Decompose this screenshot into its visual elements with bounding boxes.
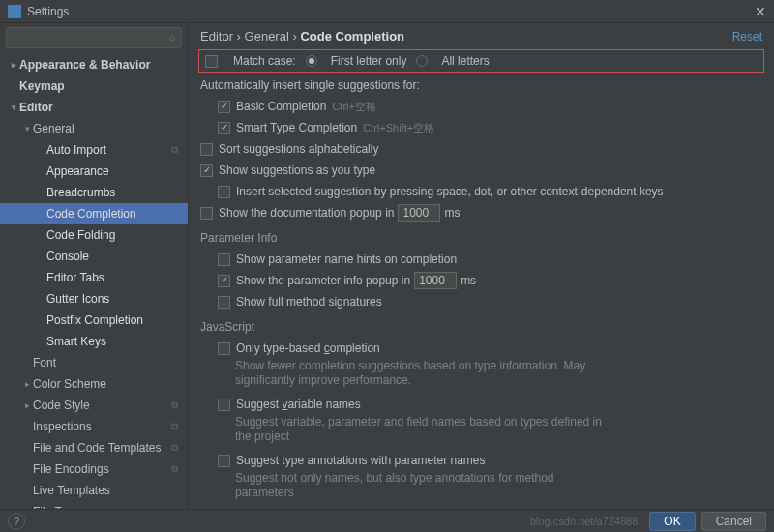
- tree-item-label: File Encodings: [33, 460, 171, 478]
- tree-item-font[interactable]: Font: [0, 352, 188, 373]
- full-sig-checkbox[interactable]: [218, 296, 230, 309]
- smart-completion-label: Smart Type Completion: [236, 119, 357, 136]
- reset-link[interactable]: Reset: [732, 30, 762, 44]
- tree-item-label: Appearance: [46, 163, 178, 180]
- expand-icon: ▸: [21, 397, 33, 414]
- scope-icon: ⧉: [171, 460, 178, 478]
- tree-item-code-folding[interactable]: Code Folding: [0, 224, 188, 246]
- cancel-button[interactable]: Cancel: [701, 512, 766, 531]
- ms-label-2: ms: [461, 272, 476, 289]
- tree-item-editor-tabs[interactable]: Editor Tabs: [0, 267, 188, 288]
- tree-item-gutter-icons[interactable]: Gutter Icons: [0, 288, 188, 310]
- scope-icon: ⧉: [171, 439, 178, 457]
- tree-item-postfix-completion[interactable]: Postfix Completion: [0, 310, 188, 331]
- search-input[interactable]: [6, 27, 182, 48]
- ms-label: ms: [444, 204, 460, 222]
- tree-item-appearance[interactable]: Appearance: [0, 161, 188, 182]
- smart-completion-hint: Ctrl+Shift+空格: [363, 119, 434, 136]
- scope-icon: ⧉: [171, 418, 178, 435]
- expand-icon: ▸: [21, 375, 33, 393]
- js-varnames-label: Suggest variable names: [236, 396, 361, 413]
- expand-icon: ▸: [8, 56, 19, 74]
- full-sig-label: Show full method signatures: [236, 293, 382, 310]
- close-icon[interactable]: ✕: [755, 4, 766, 19]
- all-letters-label: All letters: [441, 54, 489, 68]
- tree-item-label: Console: [46, 248, 178, 265]
- scope-icon: ⧉: [171, 141, 178, 159]
- footer: ? blog.csdn.net/a724888 OK Cancel: [0, 509, 774, 532]
- expand-icon: ▾: [21, 120, 33, 137]
- tree-item-label: Color Scheme: [33, 375, 178, 393]
- param-hints-checkbox[interactable]: [218, 253, 230, 266]
- first-letter-radio[interactable]: [306, 55, 317, 67]
- js-typeann-checkbox[interactable]: [218, 455, 230, 467]
- sort-label: Sort suggestions alphabetically: [219, 140, 378, 158]
- ok-button[interactable]: OK: [649, 512, 695, 531]
- first-letter-label: First letter only: [331, 54, 407, 68]
- show-doc-label: Show the documentation popup in: [219, 204, 394, 222]
- tree-item-code-style[interactable]: ▸Code Style⧉: [0, 395, 188, 416]
- smart-completion-checkbox[interactable]: [218, 122, 230, 134]
- tree-item-file-encodings[interactable]: File Encodings⧉: [0, 458, 188, 480]
- basic-completion-checkbox[interactable]: [218, 101, 230, 113]
- basic-completion-hint: Ctrl+空格: [332, 98, 376, 115]
- tree-item-console[interactable]: Console: [0, 246, 188, 267]
- tree-item-general[interactable]: ▾General: [0, 118, 188, 139]
- tree-item-breadcrumbs[interactable]: Breadcrumbs: [0, 182, 188, 203]
- breadcrumb: Editor › General › Code Completion: [200, 29, 732, 44]
- expand-icon: ▾: [8, 99, 19, 116]
- tree-item-label: Auto Import: [46, 141, 171, 159]
- basic-completion-label: Basic Completion: [236, 98, 326, 115]
- param-delay-input[interactable]: [414, 272, 457, 289]
- scroll-area[interactable]: Automatically insert single suggestions …: [189, 74, 774, 509]
- tree-item-label: Smart Keys: [46, 333, 178, 350]
- tree-item-file-and-code-templates[interactable]: File and Code Templates⧉: [0, 437, 188, 458]
- tree-item-editor[interactable]: ▾Editor: [0, 97, 188, 118]
- show-suggestions-checkbox[interactable]: [200, 164, 213, 177]
- tree-item-color-scheme[interactable]: ▸Color Scheme: [0, 373, 188, 395]
- show-doc-checkbox[interactable]: [200, 207, 213, 220]
- tree-item-label: Code Completion: [46, 205, 178, 222]
- tree-item-label: Gutter Icons: [46, 290, 178, 308]
- tree-item-inspections[interactable]: Inspections⧉: [0, 416, 188, 437]
- tree-item-label: File Types: [33, 503, 178, 509]
- titlebar: Settings ✕: [0, 0, 774, 23]
- search-wrap: ⌕: [6, 27, 182, 48]
- js-typebased-desc: Show fewer completion suggestions based …: [200, 359, 607, 388]
- tree-item-label: Font: [33, 354, 178, 371]
- tree-item-keymap[interactable]: Keymap: [0, 75, 188, 97]
- doc-delay-input[interactable]: [398, 204, 440, 222]
- tree-item-label: Editor: [19, 99, 178, 116]
- all-letters-radio[interactable]: [416, 55, 428, 67]
- javascript-section: JavaScript: [200, 320, 762, 334]
- window-title: Settings: [27, 5, 755, 18]
- watermark: blog.csdn.net/a724888: [530, 516, 638, 527]
- tree-item-appearance-behavior[interactable]: ▸Appearance & Behavior: [0, 54, 188, 75]
- tree-item-auto-import[interactable]: Auto Import⧉: [0, 139, 188, 161]
- insert-selected-checkbox[interactable]: [218, 186, 230, 198]
- tree-item-label: Editor Tabs: [46, 269, 178, 286]
- param-popup-checkbox[interactable]: [218, 275, 230, 287]
- content-pane: Editor › General › Code Completion Reset…: [189, 23, 774, 509]
- match-case-checkbox[interactable]: [205, 55, 218, 68]
- auto-insert-header: Automatically insert single suggestions …: [200, 74, 762, 96]
- tree-item-label: Breadcrumbs: [46, 184, 178, 201]
- tree-item-label: Appearance & Behavior: [19, 56, 178, 74]
- js-typebased-checkbox[interactable]: [218, 342, 230, 355]
- help-button[interactable]: ?: [8, 513, 25, 530]
- tree-item-label: Code Style: [33, 397, 171, 414]
- js-typeann-label: Suggest type annotations with parameter …: [236, 452, 485, 469]
- tree-item-live-templates[interactable]: Live Templates: [0, 480, 188, 501]
- js-varnames-checkbox[interactable]: [218, 399, 230, 411]
- js-varnames-desc: Suggest variable, parameter and field na…: [200, 415, 607, 444]
- tree-item-code-completion[interactable]: Code Completion: [0, 203, 188, 224]
- tree-item-file-types[interactable]: File Types: [0, 501, 188, 509]
- sidebar: ⌕ ▸Appearance & BehaviorKeymap▾Editor▾Ge…: [0, 23, 189, 509]
- tree-item-smart-keys[interactable]: Smart Keys: [0, 331, 188, 352]
- tree-item-label: Live Templates: [33, 482, 178, 499]
- settings-tree[interactable]: ▸Appearance & BehaviorKeymap▾Editor▾Gene…: [0, 52, 188, 509]
- sort-checkbox[interactable]: [200, 143, 213, 156]
- tree-item-label: Inspections: [33, 418, 171, 435]
- param-popup-label: Show the parameter info popup in: [236, 272, 410, 289]
- match-case-label: Match case:: [233, 54, 296, 68]
